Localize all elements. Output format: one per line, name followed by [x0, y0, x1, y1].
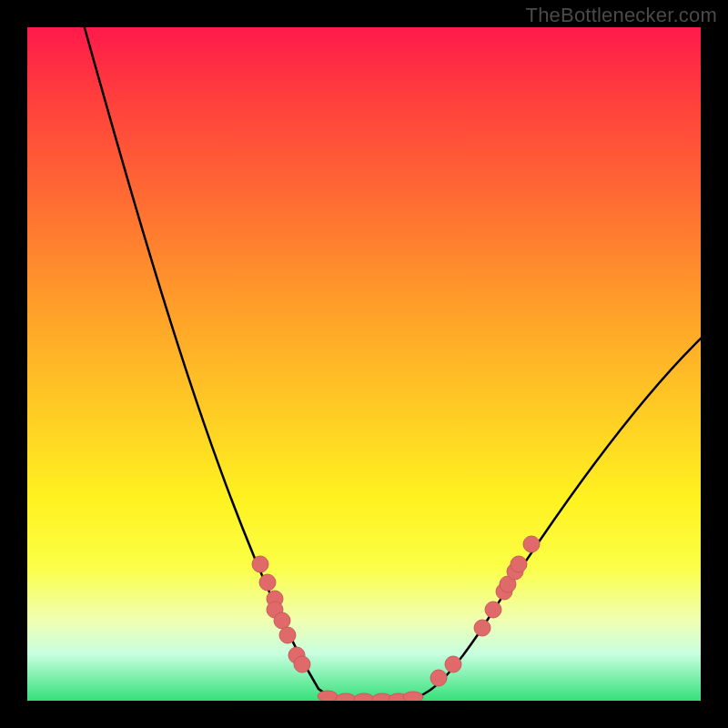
data-point [445, 656, 461, 672]
curve-group [82, 27, 701, 699]
chart-svg [27, 27, 701, 701]
data-point [511, 556, 527, 572]
data-point [318, 691, 338, 701]
data-point [403, 692, 423, 701]
watermark-text: TheBottlenecker.com [526, 4, 717, 27]
data-points [252, 536, 540, 701]
data-point [474, 620, 490, 636]
data-point [274, 612, 290, 629]
data-point [485, 602, 501, 618]
data-point [430, 670, 447, 686]
data-point [523, 536, 540, 552]
data-point [259, 574, 276, 591]
data-point [294, 656, 310, 672]
curve-right [410, 337, 701, 699]
curve-left [82, 27, 346, 699]
plot-area [27, 27, 701, 701]
chart-frame: TheBottlenecker.com [0, 0, 728, 728]
data-point [354, 693, 374, 701]
data-point [279, 627, 296, 643]
data-point [252, 556, 268, 572]
data-point [336, 693, 356, 701]
